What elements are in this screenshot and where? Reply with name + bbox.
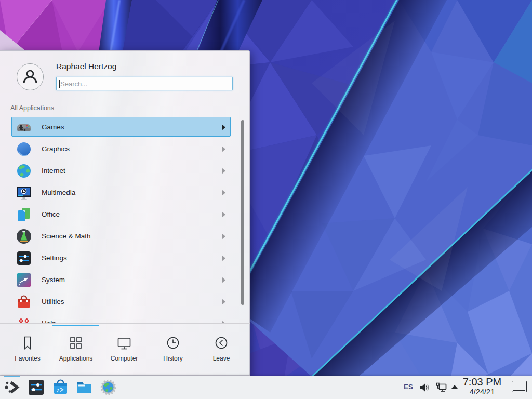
tray-expand-arrow-icon[interactable] — [450, 383, 459, 390]
network-icon[interactable] — [435, 382, 447, 393]
discover-software-icon — [52, 379, 69, 396]
app-category-label: Help — [42, 320, 56, 324]
app-category-label: Office — [42, 210, 60, 218]
system-sliders-icon — [16, 272, 32, 288]
taskbar-file-manager-button[interactable] — [75, 379, 92, 396]
internet-globe-icon — [16, 163, 32, 179]
submenu-arrow-icon — [222, 277, 225, 283]
submenu-arrow-icon — [222, 190, 225, 196]
app-category-help[interactable]: Help — [11, 313, 231, 323]
taskbar-system-settings-button[interactable] — [28, 379, 45, 396]
multimedia-monitor-icon — [16, 184, 32, 201]
taskbar-discover-button[interactable] — [52, 379, 69, 396]
clock-date: 4/24/21 — [459, 388, 505, 396]
utilities-toolbox-icon — [16, 294, 32, 310]
tab-computer[interactable]: Computer — [101, 335, 148, 373]
submenu-arrow-icon — [222, 299, 225, 305]
app-category-graphics[interactable]: Graphics — [11, 139, 231, 158]
tab-label: Computer — [111, 355, 138, 362]
app-category-internet[interactable]: Internet — [11, 161, 231, 180]
taskbar: ES 7:03 PM 4/24/21 — [0, 376, 532, 399]
office-documents-icon — [16, 206, 32, 223]
tab-applications[interactable]: Applications — [52, 335, 99, 373]
history-clock-icon — [165, 335, 181, 351]
graphics-sphere-icon — [16, 141, 32, 157]
bookmark-icon — [20, 335, 35, 351]
tab-label: Leave — [213, 355, 230, 362]
app-category-utilities[interactable]: Utilities — [11, 291, 231, 311]
submenu-arrow-icon — [222, 255, 225, 261]
kde-launcher-icon — [4, 379, 21, 396]
app-category-label: Settings — [42, 254, 67, 262]
clock-time: 7:03 PM — [459, 376, 505, 388]
search-placeholder: Search... — [60, 80, 87, 88]
scrollbar[interactable] — [241, 120, 244, 305]
submenu-arrow-icon — [222, 168, 225, 174]
app-category-settings[interactable]: Settings — [11, 248, 231, 268]
section-label: All Applications — [10, 104, 54, 112]
active-tab-indicator — [52, 325, 99, 326]
app-grid-icon — [68, 335, 84, 351]
digital-clock[interactable]: 7:03 PM 4/24/21 — [459, 376, 505, 396]
app-category-office[interactable]: Office — [11, 204, 231, 224]
science-flask-icon — [16, 228, 32, 245]
search-input[interactable]: Search... — [56, 77, 233, 90]
taskbar-browser-button[interactable] — [100, 379, 117, 396]
active-task-indicator — [4, 376, 20, 377]
settings-sliders-icon — [16, 250, 32, 267]
launcher-tabbar: Favorites Applications Computer — [0, 323, 250, 376]
application-launcher-popup: Raphael Hertzog Search... All Applicatio… — [0, 50, 250, 376]
desktop: Raphael Hertzog Search... All Applicatio… — [0, 0, 532, 399]
text-caret — [59, 80, 60, 88]
user-name: Raphael Hertzog — [56, 62, 116, 71]
help-icon — [16, 315, 32, 323]
keyboard-layout-indicator[interactable]: ES — [404, 383, 417, 391]
folder-icon — [75, 379, 92, 396]
gamepad-icon — [16, 119, 32, 136]
launcher-header: Raphael Hertzog Search... — [0, 51, 249, 102]
submenu-arrow-icon — [222, 211, 225, 218]
submenu-arrow-icon — [222, 233, 225, 240]
app-category-label: System — [42, 276, 65, 284]
app-category-label: Games — [42, 123, 64, 131]
submenu-arrow-icon — [222, 124, 225, 130]
tab-label: Favorites — [15, 355, 40, 362]
tab-leave[interactable]: Leave — [198, 335, 245, 373]
submenu-arrow-icon — [222, 146, 225, 152]
app-category-games[interactable]: Games — [11, 117, 231, 137]
app-category-label: Graphics — [42, 145, 70, 153]
leave-icon — [214, 335, 229, 351]
app-category-list: Games Graphics — [0, 117, 250, 323]
tab-label: Applications — [59, 355, 93, 362]
globe-gear-browser-icon — [100, 379, 117, 396]
computer-monitor-icon — [116, 335, 132, 351]
app-category-label: Utilities — [42, 298, 64, 305]
taskbar-launcher-button[interactable] — [4, 379, 21, 396]
tab-label: History — [163, 355, 182, 362]
user-avatar-icon — [17, 63, 44, 90]
app-category-science-math[interactable]: Science & Math — [11, 226, 231, 246]
show-desktop-button[interactable] — [512, 381, 527, 392]
app-category-multimedia[interactable]: Multimedia — [11, 182, 231, 202]
tab-history[interactable]: History — [150, 335, 196, 373]
app-category-label: Science & Math — [42, 232, 91, 240]
app-category-system[interactable]: System — [11, 270, 231, 289]
system-settings-icon — [28, 379, 45, 396]
app-category-label: Internet — [42, 167, 65, 175]
tab-favorites[interactable]: Favorites — [4, 335, 51, 373]
volume-icon[interactable] — [419, 382, 430, 393]
app-category-label: Multimedia — [42, 189, 75, 196]
